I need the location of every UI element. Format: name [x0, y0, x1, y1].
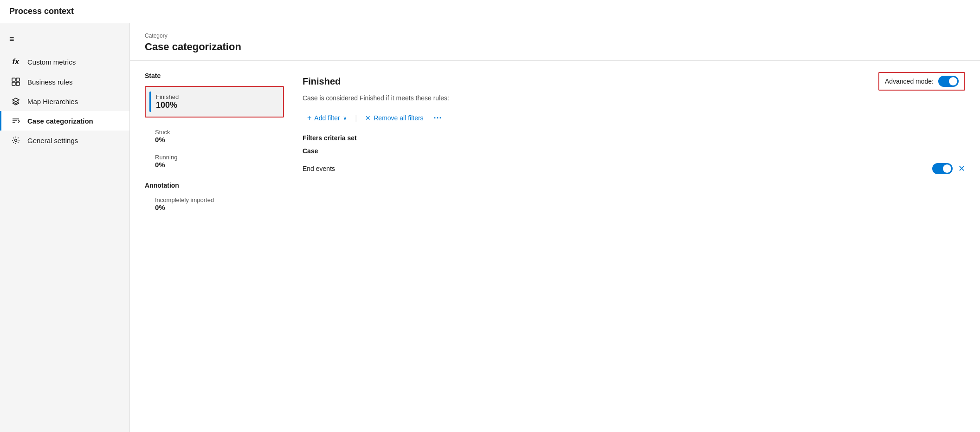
advanced-mode-box: Advanced mode: [878, 72, 965, 91]
svg-rect-0 [12, 78, 15, 81]
menu-icon[interactable]: ≡ [0, 31, 129, 52]
sidebar: ≡ fx Custom metrics Business rules [0, 23, 130, 432]
sort-icon [11, 117, 21, 125]
end-events-remove-button[interactable]: ✕ [958, 164, 965, 174]
more-options-button[interactable]: ··· [430, 111, 446, 125]
sidebar-item-business-rules[interactable]: Business rules [0, 72, 129, 92]
app-title: Process context [9, 7, 74, 16]
criteria-section: Filters criteria set Case End events ✕ [303, 134, 965, 178]
criteria-group-title: Case [303, 147, 965, 155]
close-x-icon: ✕ [365, 114, 371, 122]
sidebar-item-label: Business rules [27, 78, 73, 86]
state-card-bar [149, 92, 151, 112]
state-item-stuck[interactable]: Stuck 0% [145, 125, 284, 147]
add-filter-label: Add filter [314, 114, 340, 122]
sidebar-item-label: General settings [27, 137, 78, 144]
fx-icon: fx [11, 57, 21, 66]
main-content: Category Case categorization State Finis… [130, 23, 980, 432]
advanced-mode-toggle[interactable] [938, 76, 959, 87]
state-card-info: Finished 100% [156, 93, 179, 110]
state-pct-finished: 100% [156, 100, 179, 110]
svg-rect-3 [16, 82, 19, 85]
state-name-running: Running [155, 154, 277, 161]
page-header: Category Case categorization [130, 23, 980, 61]
annotation-name: Incompletely imported [155, 196, 277, 203]
sidebar-item-label: Map Hierarchies [27, 98, 78, 105]
state-item-running[interactable]: Running 0% [145, 150, 284, 172]
state-name-finished: Finished [156, 93, 179, 100]
remove-all-label: Remove all filters [374, 114, 423, 122]
right-header: Finished Advanced mode: [303, 72, 965, 91]
filter-toolbar: + Add filter ∨ | ✕ Remove all filters ··… [303, 111, 965, 125]
sidebar-item-label: Case categorization [27, 117, 93, 125]
grid-icon [11, 78, 21, 86]
sidebar-item-case-categorization[interactable]: Case categorization [0, 111, 129, 131]
svg-point-7 [15, 139, 17, 142]
state-pct-running: 0% [155, 161, 277, 169]
main-layout: ≡ fx Custom metrics Business rules [0, 23, 980, 432]
description-text: Case is considered Finished if it meets … [303, 94, 965, 102]
state-card-finished[interactable]: Finished 100% [145, 86, 284, 118]
app-header: Process context [0, 0, 980, 23]
layers-icon [11, 97, 21, 105]
annotation-section: Annotation Incompletely imported 0% [145, 182, 284, 213]
page-title: Case categorization [145, 41, 965, 53]
annotation-pct: 0% [155, 203, 277, 211]
state-pct-stuck: 0% [155, 136, 277, 144]
state-section-label: State [145, 72, 284, 79]
right-title: Finished [303, 76, 341, 87]
gear-icon [11, 136, 21, 144]
chevron-down-icon: ∨ [343, 115, 347, 121]
criteria-title: Filters criteria set [303, 134, 965, 142]
annotation-item-incompletely-imported[interactable]: Incompletely imported 0% [145, 195, 284, 213]
svg-rect-1 [16, 78, 19, 81]
advanced-mode-label: Advanced mode: [885, 78, 934, 85]
filter-row-actions: ✕ [932, 163, 965, 174]
state-name-stuck: Stuck [155, 129, 277, 136]
svg-rect-2 [12, 82, 15, 85]
left-panel: State Finished 100% Stuck 0% Running [145, 72, 284, 213]
end-events-toggle[interactable] [932, 163, 953, 174]
toolbar-separator: | [355, 114, 357, 122]
sidebar-item-general-settings[interactable]: General settings [0, 131, 129, 150]
add-filter-button[interactable]: + Add filter ∨ [303, 111, 352, 125]
filter-row-end-events: End events ✕ [303, 159, 965, 178]
filter-row-label: End events [303, 165, 335, 172]
page-category: Category [145, 33, 965, 39]
sidebar-item-custom-metrics[interactable]: fx Custom metrics [0, 52, 129, 72]
sidebar-item-label: Custom metrics [27, 58, 76, 66]
right-panel: Finished Advanced mode: Case is consider… [303, 72, 965, 213]
annotation-label: Annotation [145, 182, 284, 189]
content-area: State Finished 100% Stuck 0% Running [130, 61, 980, 224]
plus-icon: + [307, 114, 311, 122]
sidebar-item-map-hierarchies[interactable]: Map Hierarchies [0, 92, 129, 111]
remove-all-filters-button[interactable]: ✕ Remove all filters [361, 111, 428, 124]
